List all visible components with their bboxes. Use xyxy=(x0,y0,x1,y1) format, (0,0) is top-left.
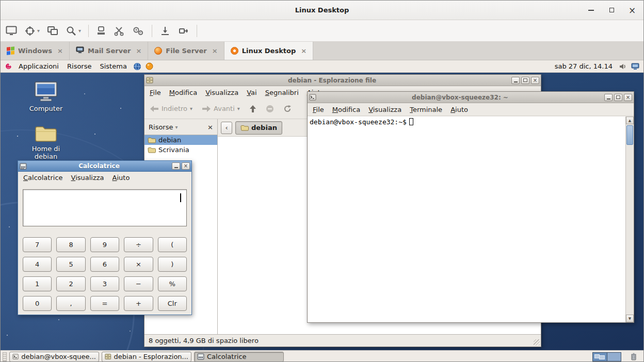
terminal-titlebar[interactable]: debian@vbox-squeeze32: ~ × xyxy=(308,92,634,103)
scroll-up-icon[interactable]: ▲ xyxy=(626,117,634,124)
maximize-icon[interactable] xyxy=(614,94,622,101)
menu-calcolatrice[interactable]: Calcolatrice xyxy=(19,172,67,183)
terminal-window[interactable]: debian@vbox-squeeze32: ~ × File Modifica… xyxy=(307,91,634,323)
workspace-switcher[interactable] xyxy=(592,352,621,361)
key-clear[interactable]: Clr xyxy=(158,296,187,311)
key-percent[interactable]: % xyxy=(158,276,187,291)
display-settings-icon[interactable] xyxy=(631,63,639,70)
menu-aiuto[interactable]: Aiuto xyxy=(446,104,472,115)
reload-button[interactable] xyxy=(281,104,294,114)
menu-modifica[interactable]: Modifica xyxy=(328,104,364,115)
key-2[interactable]: 2 xyxy=(56,276,85,291)
menu-segnalibri[interactable]: Segnalibri xyxy=(261,87,303,98)
resize-grip[interactable] xyxy=(534,339,540,345)
calculator-display[interactable] xyxy=(23,189,187,226)
window-list-handle[interactable] xyxy=(3,352,7,361)
chevron-down-icon[interactable]: ▾ xyxy=(78,28,81,34)
screenshot-icon[interactable] xyxy=(96,26,106,36)
key-subtract[interactable]: − xyxy=(124,276,153,291)
key-equals[interactable]: = xyxy=(90,296,119,311)
menu-applicazioni[interactable]: Applicazioni xyxy=(14,61,63,72)
calculator-window[interactable]: Calcolatrice × Calcolatrice Visualizza A… xyxy=(18,160,192,315)
back-button[interactable]: Indietro ▾ xyxy=(148,104,195,113)
maximize-icon[interactable] xyxy=(607,6,616,14)
maximize-icon[interactable] xyxy=(521,77,529,84)
close-icon[interactable]: × xyxy=(624,94,632,101)
path-scroll-left-button[interactable]: ‹ xyxy=(221,122,232,134)
pointer-target-icon[interactable]: ▾ xyxy=(24,26,40,36)
sidebar-close-icon[interactable]: × xyxy=(205,123,215,131)
software-update-icon[interactable] xyxy=(146,62,153,70)
menu-visualizza[interactable]: Visualizza xyxy=(67,172,108,183)
menu-sistema[interactable]: Sistema xyxy=(95,61,131,72)
desktop[interactable]: Computer Home di debian debian - Esplora… xyxy=(1,73,643,350)
chevron-down-icon[interactable]: ▾ xyxy=(37,28,40,34)
tab-close-icon[interactable]: × xyxy=(57,47,63,55)
tab-close-icon[interactable]: × xyxy=(136,47,141,55)
menu-vai[interactable]: Vai xyxy=(243,87,261,98)
sidebar-pane-selector[interactable]: Risorse xyxy=(149,123,173,131)
close-icon[interactable]: × xyxy=(628,6,636,14)
key-multiply[interactable]: × xyxy=(124,257,153,272)
copy-windows-icon[interactable] xyxy=(47,26,58,36)
key-close-paren[interactable]: ) xyxy=(158,257,187,272)
zoom-icon[interactable]: ▾ xyxy=(66,26,81,36)
debian-swirl-icon[interactable] xyxy=(5,62,12,70)
tab-close-icon[interactable]: × xyxy=(212,47,218,55)
scissors-icon[interactable] xyxy=(114,26,125,36)
workspace-2[interactable] xyxy=(607,353,621,361)
menu-visualizza[interactable]: Visualizza xyxy=(364,104,406,115)
key-5[interactable]: 5 xyxy=(56,257,85,272)
taskbar-item-file-manager[interactable]: debian - Esplorazion... xyxy=(102,352,191,362)
key-add[interactable]: + xyxy=(124,296,153,311)
terminal-scrollbar[interactable]: ▲ ▼ xyxy=(625,117,634,322)
menu-file[interactable]: File xyxy=(309,104,328,115)
sidebar-item-scrivania[interactable]: Scrivania xyxy=(144,145,217,155)
settings-gears-icon[interactable] xyxy=(132,26,144,36)
sidebar-item-debian[interactable]: debian xyxy=(144,135,217,145)
scrollbar-thumb[interactable] xyxy=(626,125,633,145)
key-divide[interactable]: ÷ xyxy=(124,237,153,252)
chevron-down-icon[interactable]: ▾ xyxy=(175,124,178,130)
key-6[interactable]: 6 xyxy=(90,257,119,272)
tab-windows[interactable]: Windows × xyxy=(1,42,70,60)
menu-risorse[interactable]: Risorse xyxy=(63,61,96,72)
scroll-down-icon[interactable]: ▼ xyxy=(626,315,634,322)
stop-button[interactable] xyxy=(264,104,276,114)
key-7[interactable]: 7 xyxy=(23,237,52,252)
calculator-titlebar[interactable]: Calcolatrice × xyxy=(18,161,191,172)
tab-close-icon[interactable]: × xyxy=(301,47,307,55)
path-button-debian[interactable]: debian xyxy=(235,121,282,135)
key-8[interactable]: 8 xyxy=(56,237,85,252)
menu-file[interactable]: File xyxy=(146,87,165,98)
desktop-icon-computer[interactable]: Computer xyxy=(20,81,72,112)
key-0[interactable]: 0 xyxy=(23,296,52,311)
key-decimal[interactable]: , xyxy=(56,296,85,311)
menu-visualizza[interactable]: Visualizza xyxy=(201,87,243,98)
menu-terminale[interactable]: Terminale xyxy=(406,104,446,115)
tab-mail-server[interactable]: Mail Server × xyxy=(70,42,148,60)
display-icon[interactable] xyxy=(6,26,17,36)
minimize-icon[interactable] xyxy=(511,77,520,84)
file-manager-titlebar[interactable]: debian - Esplorazione file × xyxy=(144,75,541,86)
web-browser-icon[interactable] xyxy=(133,62,141,71)
taskbar-item-terminal[interactable]: debian@vbox-squee... xyxy=(9,352,99,362)
key-4[interactable]: 4 xyxy=(23,257,52,272)
minimize-icon[interactable] xyxy=(172,162,180,170)
tab-linux-desktop[interactable]: Linux Desktop × xyxy=(224,42,314,60)
tab-file-server[interactable]: File Server × xyxy=(148,42,224,60)
menu-modifica[interactable]: Modifica xyxy=(165,87,201,98)
panel-clock[interactable]: sab 27 dic, 14.14 xyxy=(551,62,617,70)
send-file-icon[interactable] xyxy=(159,26,171,36)
desktop-icon-home[interactable]: Home di debian xyxy=(20,124,72,160)
menu-aiuto[interactable]: Aiuto xyxy=(108,172,134,183)
key-9[interactable]: 9 xyxy=(90,237,119,252)
key-1[interactable]: 1 xyxy=(23,276,52,291)
taskbar-item-calculator[interactable]: Calcolatrice xyxy=(194,352,284,362)
close-icon[interactable]: × xyxy=(182,162,190,170)
volume-icon[interactable] xyxy=(619,63,627,70)
trash-icon[interactable] xyxy=(630,353,637,360)
key-3[interactable]: 3 xyxy=(90,276,119,291)
terminal-content[interactable]: debian@vbox-squeeze32:~$ ▲ ▼ xyxy=(308,117,634,322)
forward-button[interactable]: Avanti ▾ xyxy=(200,104,242,113)
